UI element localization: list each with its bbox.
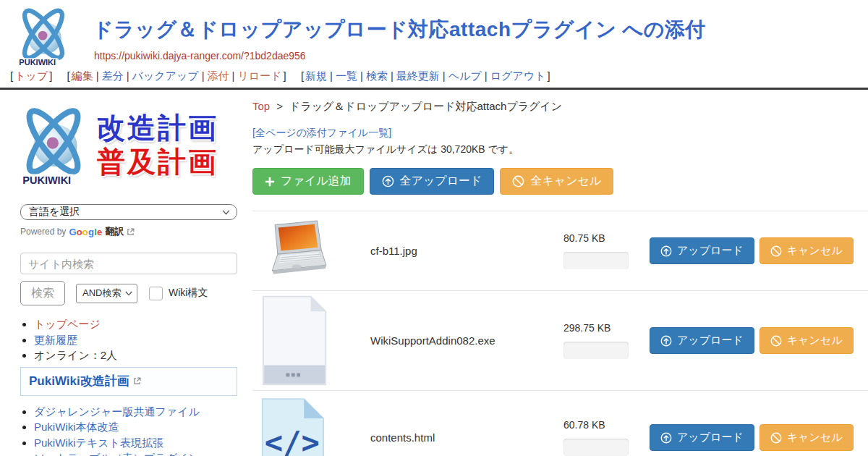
top-nav: [トップ] [編集|差分|バックアップ|添付|リロード] [新規|一覧|検索|最… (0, 69, 868, 85)
nav-item-backup[interactable]: バックアップ (132, 69, 199, 82)
nav-item-list[interactable]: 一覧 (336, 69, 357, 82)
sidebar-link-core-mod[interactable]: PukiWiki本体改造 (34, 421, 119, 433)
nav-group-home: [トップ] (9, 69, 54, 82)
sidebar-link-update-history[interactable]: 更新履歴 (34, 334, 77, 346)
upload-progress-bar (563, 342, 629, 359)
nav-item-diff[interactable]: 差分 (102, 69, 124, 82)
list-item: ダジャレンジャー版共通ファイル (34, 405, 250, 419)
code-file-icon: </> (260, 398, 326, 456)
bracket: ] (547, 69, 550, 82)
upload-icon (660, 245, 672, 257)
list-item: オンライン：2人 (34, 348, 250, 363)
file-row: cf-b11.jpg 80.75 KB アップロード (252, 211, 868, 290)
separator: | (127, 69, 129, 82)
search-controls: 検索 AND検索 Wiki構文 (20, 281, 250, 305)
list-item: PukiWiki本体改造 (34, 420, 250, 434)
nav-item-edit[interactable]: 編集 (72, 69, 93, 82)
nav-item-help[interactable]: ヘルプ (448, 69, 482, 82)
external-link-icon (127, 228, 135, 236)
cancel-button[interactable]: キャンセル (760, 327, 854, 354)
upload-button[interactable]: アップロード (650, 237, 754, 264)
wiki-syntax-checkbox[interactable] (149, 287, 163, 300)
atom-logo-icon: PUKIWIKI (12, 101, 95, 190)
separator: | (485, 69, 488, 82)
google-logo: Google (69, 227, 102, 237)
bracket: [ (67, 69, 70, 82)
upload-icon (660, 335, 672, 347)
breadcrumb-top-link[interactable]: Top (252, 100, 270, 112)
nav-group-site-actions: [新規|一覧|検索|最終更新|ヘルプ|ログアウト] (299, 69, 552, 82)
upload-all-button[interactable]: 全アップロード (370, 168, 495, 195)
svg-text:PUKIWIKI: PUKIWIKI (22, 174, 71, 186)
banner-slogan: 改造計画 普及計画 (97, 111, 218, 180)
all-attachments-link[interactable]: [全ページの添付ファイル一覧] (252, 127, 391, 140)
separator: | (391, 69, 393, 82)
bracket: [ (10, 69, 13, 82)
cancel-button[interactable]: キャンセル (760, 424, 854, 451)
list-item: トップページ (34, 317, 250, 332)
file-name: contents.html (370, 431, 563, 444)
bracket: ] (49, 69, 52, 82)
ban-icon (770, 245, 782, 257)
translate-link[interactable]: 翻訳 (105, 225, 124, 238)
sidebar-banner[interactable]: PUKIWIKI 改造計画 普及計画 (12, 101, 244, 190)
online-count: オンライン：2人 (34, 349, 117, 361)
nav-item-top[interactable]: トップ (14, 69, 48, 82)
breadcrumb: Top>ドラッグ＆ドロップアップロード対応attachプラグイン (252, 100, 868, 114)
upload-button[interactable]: アップロード (650, 327, 754, 354)
breadcrumb-current: ドラッグ＆ドロップアップロード対応attachプラグイン (289, 100, 562, 112)
separator: | (96, 69, 99, 82)
nav-item-new[interactable]: 新規 (305, 69, 327, 82)
ban-icon (770, 432, 782, 444)
nav-item-search[interactable]: 検索 (366, 69, 388, 82)
file-size-cell: 60.78 KB (563, 419, 643, 456)
bracket: ] (284, 69, 286, 82)
search-mode-select[interactable]: AND検索 (76, 284, 137, 303)
page-title: ドラッグ＆ドロップアップロード対応attachプラグイン への添付 (93, 16, 706, 43)
language-select[interactable]: 言語を選択 (20, 204, 237, 220)
sidebar-link-common-files[interactable]: ダジャレンジャー版共通ファイル (34, 405, 200, 418)
nav-item-logout[interactable]: ログアウト (490, 69, 546, 82)
file-size-cell: 298.75 KB (563, 322, 643, 359)
file-actions: アップロード キャンセル (650, 237, 854, 264)
cancel-all-button[interactable]: 全キャンセル (500, 168, 613, 195)
site-header: PUKIWIKI ドラッグ＆ドロップアップロード対応attachプラグイン への… (0, 0, 868, 69)
nav-item-recent[interactable]: 最終更新 (396, 69, 440, 82)
pukiwiki-attach-page: PUKIWIKI ドラッグ＆ドロップアップロード対応attachプラグイン への… (0, 0, 868, 456)
nav-item-reload[interactable]: リロード (237, 69, 281, 82)
ban-icon (512, 175, 524, 187)
sidebar-link-sort-table[interactable]: ソートテーブル（表）プラグイン (34, 452, 200, 456)
main-content: Top>ドラッグ＆ドロップアップロード対応attachプラグイン [全ページの添… (250, 90, 868, 456)
upload-button[interactable]: アップロード (650, 424, 754, 451)
file-actions: アップロード キャンセル (650, 327, 854, 354)
upload-icon (660, 432, 672, 444)
list-item: 更新履歴 (34, 333, 250, 347)
wiki-syntax-label: Wiki構文 (169, 287, 208, 300)
atom-logo-icon: PUKIWIKI (10, 4, 77, 69)
page-url[interactable]: https://pukiwiki.dajya-ranger.com/?1bd2d… (94, 50, 706, 62)
file-size: 80.75 KB (563, 232, 643, 244)
banner-line-fukyu: 普及計画 (97, 145, 218, 180)
chevron-down-icon (222, 210, 230, 215)
pukiwiki-logo[interactable]: PUKIWIKI (10, 4, 77, 69)
project-box-link[interactable]: PukiWiki改造計画 (29, 373, 129, 389)
file-row: </> contents.html 60.78 KB (252, 390, 868, 456)
svg-text:PUKIWIKI: PUKIWIKI (19, 58, 56, 67)
site-search-input[interactable] (20, 253, 237, 274)
bracket: [ (301, 69, 304, 82)
search-mode-value: AND検索 (82, 287, 121, 300)
search-button[interactable]: 検索 (20, 281, 65, 305)
sidebar-link-text-ext[interactable]: PukiWikiテキスト表現拡張 (34, 436, 163, 449)
separator: | (232, 69, 235, 82)
upload-toolbar: ファイル追加 全アップロード 全キャンセル (252, 168, 868, 195)
generic-file-icon (260, 295, 328, 386)
file-size-cell: 80.75 KB (563, 232, 643, 269)
add-files-button[interactable]: ファイル追加 (252, 168, 364, 195)
plus-icon (265, 177, 275, 187)
nav-item-attach[interactable]: 添付 (208, 69, 229, 82)
upload-progress-bar (563, 252, 629, 269)
sidebar-link-top-page[interactable]: トップページ (34, 318, 101, 330)
cancel-button[interactable]: キャンセル (760, 237, 854, 264)
file-size: 298.75 KB (563, 322, 643, 334)
sidebar-plugin-links: ダジャレンジャー版共通ファイル PukiWiki本体改造 PukiWikiテキス… (20, 405, 250, 456)
